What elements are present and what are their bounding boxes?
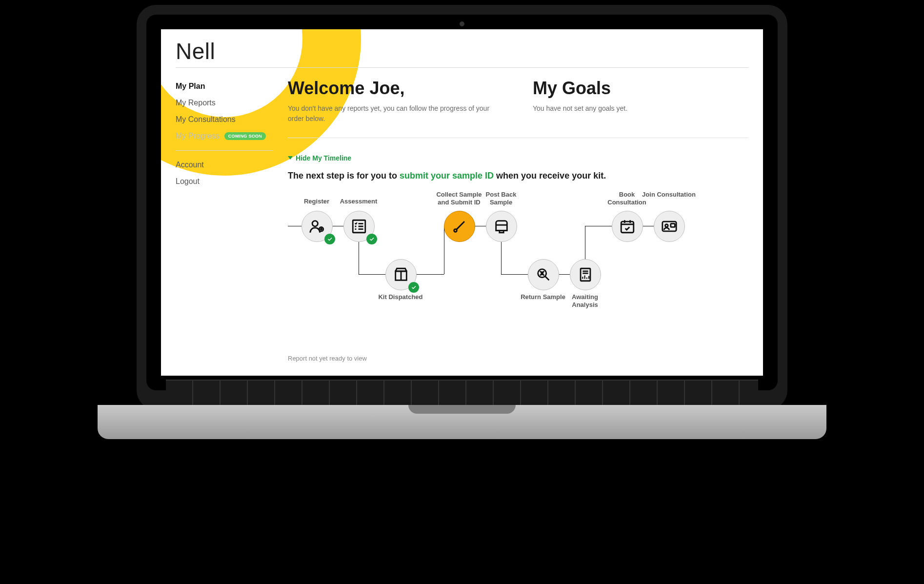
hide-timeline-toggle[interactable]: Hide My Timeline bbox=[288, 154, 351, 162]
sidebar-divider bbox=[176, 150, 273, 151]
sidebar-item-account[interactable]: Account bbox=[176, 157, 273, 173]
next-step-suffix: when you receive your kit. bbox=[494, 171, 606, 181]
sidebar-item-my-plan[interactable]: My Plan bbox=[176, 78, 273, 95]
camera-dot bbox=[460, 21, 464, 26]
connector bbox=[359, 274, 385, 275]
sidebar-item-label: My Plan bbox=[176, 82, 205, 91]
connector bbox=[501, 241, 502, 274]
sidebar-item-label: My Progress bbox=[176, 132, 220, 141]
connector bbox=[474, 226, 486, 226]
sidebar-item-label: My Reports bbox=[176, 99, 216, 107]
header-rule bbox=[176, 67, 748, 68]
svg-rect-10 bbox=[581, 268, 590, 281]
next-step-highlight[interactable]: submit your sample ID bbox=[400, 171, 494, 181]
connector bbox=[288, 226, 301, 226]
connector bbox=[444, 226, 444, 274]
svg-point-0 bbox=[312, 221, 318, 226]
connector bbox=[585, 226, 612, 226]
timeline-node-register[interactable] bbox=[301, 211, 333, 242]
timeline-node-join-consultation[interactable] bbox=[654, 211, 685, 242]
video-call-icon bbox=[661, 218, 678, 235]
sidebar-item-my-reports[interactable]: My Reports bbox=[176, 95, 273, 111]
report-icon bbox=[577, 266, 594, 283]
sidebar-item-label: Logout bbox=[176, 177, 200, 186]
sidebar-item-label: Account bbox=[176, 161, 204, 169]
goals-subtext: You have not set any goals yet. bbox=[533, 103, 747, 114]
section-rule bbox=[288, 138, 748, 138]
person-add-icon bbox=[309, 218, 325, 235]
dna-search-icon bbox=[535, 266, 552, 283]
welcome-heading: Welcome Joe, bbox=[288, 78, 503, 99]
goals-heading: My Goals bbox=[533, 78, 748, 99]
timeline-label: Awaiting Analysis bbox=[558, 293, 612, 309]
svg-point-6 bbox=[665, 224, 668, 227]
keyboard-deck bbox=[166, 380, 758, 407]
connector bbox=[501, 274, 528, 275]
swab-icon bbox=[451, 218, 468, 235]
sidebar: My Plan My Reports My Consultations My P… bbox=[176, 78, 273, 190]
timeline: Register Assessment Collect Sample and S… bbox=[288, 194, 748, 340]
check-badge-icon bbox=[366, 234, 377, 244]
package-icon bbox=[393, 266, 409, 283]
goals-section: My Goals You have not set any goals yet. bbox=[533, 78, 748, 124]
check-badge-icon bbox=[324, 234, 335, 244]
checklist-icon bbox=[351, 218, 367, 235]
timeline-node-kit-dispatched[interactable] bbox=[385, 259, 417, 290]
postbox-icon bbox=[493, 218, 510, 235]
sidebar-item-logout[interactable]: Logout bbox=[176, 173, 273, 190]
check-badge-icon bbox=[408, 282, 419, 293]
sidebar-item-my-consultations[interactable]: My Consultations bbox=[176, 111, 273, 128]
timeline-label: Kit Dispatched bbox=[374, 293, 427, 301]
welcome-section: Welcome Joe, You don't have any reports … bbox=[288, 78, 503, 124]
connector bbox=[416, 274, 444, 275]
timeline-label: Post Back Sample bbox=[474, 191, 528, 207]
trackpad-notch bbox=[408, 405, 516, 414]
welcome-subtext: You don't have any reports yet, you can … bbox=[288, 103, 502, 124]
timeline-label: Assessment bbox=[332, 198, 385, 205]
report-status-note: Report not yet ready to view bbox=[288, 355, 748, 362]
brand-logo: Nell bbox=[176, 38, 215, 64]
svg-rect-7 bbox=[671, 223, 675, 227]
timeline-node-collect-sample[interactable] bbox=[444, 211, 475, 242]
connector bbox=[585, 226, 585, 260]
connector bbox=[642, 226, 654, 226]
timeline-node-post-back[interactable] bbox=[486, 211, 517, 242]
calendar-check-icon bbox=[619, 218, 636, 235]
next-step-sentence: The next step is for you to submit your … bbox=[288, 171, 748, 181]
timeline-node-awaiting-analysis[interactable] bbox=[570, 259, 601, 290]
chevron-down-icon bbox=[288, 156, 293, 160]
connector bbox=[332, 226, 343, 226]
timeline-node-assessment[interactable] bbox=[343, 211, 375, 242]
main-content: Welcome Joe, You don't have any reports … bbox=[288, 78, 748, 362]
toggle-label: Hide My Timeline bbox=[296, 154, 351, 162]
next-step-prefix: The next step is for you to bbox=[288, 171, 400, 181]
sidebar-item-label: My Consultations bbox=[176, 115, 236, 124]
connector bbox=[359, 241, 359, 274]
timeline-label: Join Consultation bbox=[642, 191, 696, 199]
timeline-node-book-consultation[interactable] bbox=[612, 211, 643, 242]
connector bbox=[558, 274, 570, 275]
sidebar-item-my-progress: My Progress COMING SOON bbox=[176, 128, 273, 144]
svg-point-3 bbox=[454, 229, 457, 232]
coming-soon-badge: COMING SOON bbox=[224, 132, 266, 140]
timeline-node-return-sample[interactable] bbox=[528, 259, 559, 290]
svg-rect-4 bbox=[621, 222, 634, 233]
